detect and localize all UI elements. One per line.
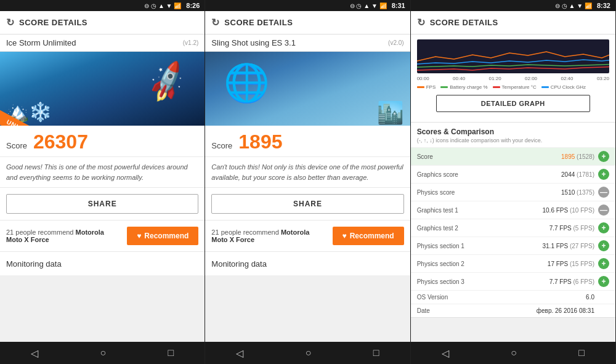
row-value-2: 1510 (1375) <box>488 189 598 196</box>
scores-title: Scores & Comparison <box>411 123 615 137</box>
content-3: 00:00 00:40 01:20 02:00 02:40 03:20 FPS … <box>411 34 615 342</box>
screen-title-2: SCORE DETAILS <box>224 18 293 27</box>
nav-recents-2[interactable]: □ <box>373 347 379 358</box>
score-row-item-5: Physics section 1 31.1 FPS (27 FPS) + <box>411 237 615 254</box>
legend-temp: Temperature °C <box>493 84 537 90</box>
time-3: 8:32 <box>597 2 610 9</box>
status-bar-3: ⊖ ◷ ▲ ▼ 📶 8:32 <box>411 0 615 11</box>
monitoring-title-2: Monitoring data <box>211 259 267 269</box>
detailed-graph-button[interactable]: DETAILED GRAPH <box>436 95 590 112</box>
legend-fps-dot <box>417 86 424 88</box>
content-1: Ice Storm Unlimited (v1.2) UNLIMITED Sco… <box>0 34 205 342</box>
nav-recents-1[interactable]: □ <box>168 347 174 358</box>
os-version-value: 6.0 <box>488 294 609 301</box>
row-comp-7: (6 FPS) <box>573 278 594 285</box>
content-2: Sling Shot using ES 3.1 (v2.0) Score 189… <box>205 34 410 342</box>
row-btn-1[interactable]: + <box>598 169 609 180</box>
recommend-button-2[interactable]: ♥ Recommend <box>333 227 404 245</box>
row-comp-1: (1781) <box>577 171 594 178</box>
share-button-2[interactable]: SHARE <box>211 194 403 214</box>
status-icons-1: ⊖ ◷ ▲ ▼ 📶 <box>144 2 181 9</box>
graph-legend: FPS Battery charge % Temperature °C CPU … <box>417 84 609 90</box>
nav-back-2[interactable]: ◁ <box>236 347 243 359</box>
nav-home-3[interactable]: ○ <box>511 347 517 358</box>
row-btn-3[interactable]: — <box>598 204 609 216</box>
row-value-5: 31.1 FPS (27 FPS) <box>488 243 598 249</box>
row-value-0: 1895 (1528) <box>488 153 598 160</box>
row-btn-0[interactable]: + <box>598 151 609 162</box>
row-label-7: Physics section 3 <box>417 278 488 285</box>
legend-temp-dot <box>493 86 500 88</box>
score-label-1: Score <box>6 141 27 150</box>
row-value-3: 10.6 FPS (10 FPS) <box>488 207 598 214</box>
score-label-2: Score <box>211 141 232 150</box>
os-version-row: OS Version 6.0 <box>411 290 615 304</box>
row-main-val-4: 7.7 FPS <box>549 225 573 232</box>
nav-recents-3[interactable]: □ <box>578 347 585 358</box>
mini-graph <box>417 39 609 73</box>
back-icon-3[interactable]: ↻ <box>417 17 425 28</box>
screen-title-1: SCORE DETAILS <box>19 18 87 27</box>
monitoring-title-1: Monitoring data <box>6 259 62 269</box>
recommend-section-2: 21 people recommend Motorola Moto X Forc… <box>205 220 410 252</box>
graph-area: 00:00 00:40 01:20 02:00 02:40 03:20 FPS … <box>411 34 615 123</box>
monitoring-section-1: Monitoring data <box>0 252 205 275</box>
header-2: ↻ SCORE DETAILS <box>205 11 410 34</box>
score-row-item-3: Graphics test 1 10.6 FPS (10 FPS) — <box>411 201 615 219</box>
row-comp-6: (15 FPS) <box>570 261 594 267</box>
monitoring-section-2: Monitoring data <box>205 252 410 275</box>
legend-cpu: CPU Clock GHz <box>541 84 586 90</box>
row-btn-4[interactable]: + <box>598 222 609 233</box>
row-value-4: 7.7 FPS (5 FPS) <box>488 225 598 232</box>
recommend-count-2: 21 <box>211 229 219 236</box>
row-btn-7[interactable]: + <box>598 276 609 287</box>
heart-icon-1: ♥ <box>137 232 141 240</box>
back-icon-1[interactable]: ↻ <box>6 17 14 28</box>
legend-fps-label: FPS <box>426 84 436 90</box>
graph-label-1: 00:40 <box>453 76 465 81</box>
row-btn-6[interactable]: + <box>598 258 609 269</box>
heart-icon-2: ♥ <box>342 232 347 240</box>
row-btn-2[interactable]: — <box>598 187 609 198</box>
recommend-button-1[interactable]: ♥ Recommend <box>127 227 198 245</box>
recommend-label-2: people recommend <box>221 229 281 236</box>
nav-back-1[interactable]: ◁ <box>31 347 38 359</box>
share-section-2: SHARE <box>205 188 410 220</box>
share-section-1: SHARE <box>0 188 205 220</box>
row-label-3: Graphics test 1 <box>417 207 488 214</box>
description-text-2: Can't touch this! Not only is this devic… <box>211 162 403 182</box>
row-main-val-6: 17 FPS <box>548 261 570 267</box>
nav-bar-1: ◁ ○ □ <box>0 342 205 364</box>
row-main-val-7: 7.7 FPS <box>549 278 573 285</box>
test-name-1: Ice Storm Unlimited <box>6 38 76 47</box>
row-comp-5: (27 FPS) <box>570 243 594 249</box>
legend-cpu-dot <box>541 86 549 88</box>
header-1: ↻ SCORE DETAILS <box>0 11 205 34</box>
description-1: Good news! This is one of the most power… <box>0 157 205 188</box>
row-label-1: Graphics score <box>417 171 488 178</box>
ribbon: UNLIMITED <box>0 107 61 126</box>
score-row-item-6: Physics section 2 17 FPS (15 FPS) + <box>411 254 615 272</box>
scores-comparison: Scores & Comparison (-, ↑, ↓) icons indi… <box>411 123 615 318</box>
recommend-btn-label-2: Recommend <box>350 232 394 240</box>
nav-back-3[interactable]: ◁ <box>442 347 449 359</box>
nav-home-1[interactable]: ○ <box>100 347 106 358</box>
share-button-1[interactable]: SHARE <box>6 194 198 214</box>
panel-comparison: ⊖ ◷ ▲ ▼ 📶 8:32 ↻ SCORE DETAILS 00:00 00:… <box>411 0 616 364</box>
score-row-1: Score 26307 <box>0 126 205 157</box>
score-value-1: 26307 <box>33 132 88 152</box>
test-name-row-1: Ice Storm Unlimited (v1.2) <box>0 34 205 52</box>
row-main-val-1: 2044 <box>561 171 577 178</box>
back-icon-2[interactable]: ↻ <box>211 17 219 28</box>
test-name-2: Sling Shot using ES 3.1 <box>211 38 296 47</box>
score-value-2: 1895 <box>238 132 282 152</box>
row-label-0: Score <box>417 153 488 160</box>
row-btn-5[interactable]: + <box>598 240 609 251</box>
row-value-1: 2044 (1781) <box>488 171 598 178</box>
description-2: Can't touch this! Not only is this devic… <box>205 157 410 188</box>
nav-bar-3: ◁ ○ □ <box>411 342 615 364</box>
row-value-7: 7.7 FPS (6 FPS) <box>488 278 598 285</box>
graph-label-5: 03:20 <box>597 76 609 81</box>
row-comp-3: (10 FPS) <box>570 207 594 214</box>
nav-home-2[interactable]: ○ <box>306 347 312 358</box>
